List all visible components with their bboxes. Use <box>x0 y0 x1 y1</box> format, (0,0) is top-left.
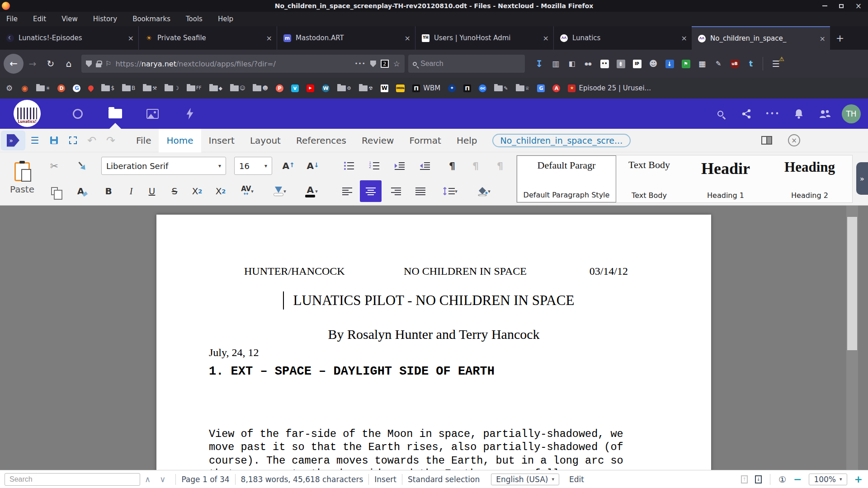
menu-tools[interactable]: Tools <box>186 15 203 23</box>
edmenu-references[interactable]: References <box>288 129 354 152</box>
bm-folder-shape[interactable]: ◆ <box>209 85 222 91</box>
privacy-badger-icon[interactable]: •• <box>596 56 613 72</box>
browser-search-box[interactable] <box>408 55 525 73</box>
line-spacing-button[interactable]: ▾ <box>437 180 464 202</box>
bold-button[interactable]: B <box>98 180 119 202</box>
edmenu-file[interactable]: File <box>128 129 159 152</box>
bm-folder-tools[interactable]: ⚒ <box>143 85 157 91</box>
pocket-icon[interactable] <box>370 61 376 67</box>
font-color-button[interactable]: A ▾ <box>298 180 325 202</box>
app-photos[interactable] <box>140 99 165 129</box>
bookmarks-raindrop-icon[interactable]: ⚑ <box>678 56 694 72</box>
reload-button[interactable]: ↻ <box>42 55 60 73</box>
cut-button[interactable]: ✂ <box>43 155 65 177</box>
bm-folder-science[interactable]: ✳ <box>36 85 50 91</box>
tracking-protection-icon[interactable] <box>86 61 92 67</box>
download-panel-icon[interactable]: ⇟ <box>613 56 629 72</box>
library-icon[interactable]: ▥ <box>547 56 564 72</box>
shrink-font-button[interactable]: A↓ <box>302 155 324 177</box>
tab-lunatics[interactable]: ΛΛ Lunatics × <box>553 26 692 50</box>
downloads-icon[interactable]: ↧ <box>531 56 547 72</box>
decrease-indent-button[interactable] <box>414 155 436 177</box>
permissions-icon[interactable]: ⚐ <box>105 60 111 68</box>
scrollbar-thumb[interactable] <box>847 217 857 350</box>
paste-button[interactable]: Paste <box>6 156 38 201</box>
bm-wayback-machine[interactable]: Π WBM <box>412 84 440 92</box>
align-right-button[interactable] <box>385 180 407 202</box>
ublock-origin-icon[interactable]: uB <box>726 56 743 72</box>
app-menu-button[interactable]: ☰ ⚠ <box>767 55 785 73</box>
lunatics-logo[interactable]: Lunatics! <box>14 100 41 127</box>
app-activity[interactable] <box>178 99 202 129</box>
style-heading2[interactable]: Heading Heading 2 <box>769 155 850 202</box>
style-heading1[interactable]: Headir Heading 1 <box>682 155 769 202</box>
search-input[interactable] <box>420 60 506 68</box>
forward-button[interactable]: → <box>24 55 42 73</box>
bm-wordpress[interactable]: W <box>322 84 330 92</box>
menu-history[interactable]: History <box>93 15 117 23</box>
save-button[interactable] <box>44 131 63 150</box>
zoom-out-button[interactable]: − <box>793 474 802 485</box>
edmenu-layout[interactable]: Layout <box>242 129 288 152</box>
bm-youtube[interactable]: ▶ <box>307 84 314 92</box>
close-window-button[interactable]: × <box>855 4 862 8</box>
redo-button[interactable]: ↷ <box>101 131 120 150</box>
ip-address-icon[interactable]: IP <box>629 56 645 72</box>
maximize-button[interactable] <box>839 4 844 8</box>
edmenu-help[interactable]: Help <box>449 129 485 152</box>
selection-mode[interactable]: Standard selection <box>408 475 480 484</box>
edmenu-insert[interactable]: Insert <box>201 129 242 152</box>
minimize-button[interactable] <box>822 5 827 6</box>
bm-google-maps[interactable] <box>88 85 94 91</box>
tab-mastodon-art[interactable]: m Mastodon.ART × <box>277 26 415 50</box>
bm-folder-media[interactable]: ☢ <box>359 85 373 91</box>
editor-sidebar-expander[interactable]: » <box>1 131 25 150</box>
bm-google-translate[interactable]: G <box>537 84 545 92</box>
bm-google[interactable]: G <box>73 84 80 92</box>
home-button[interactable]: ⌂ <box>60 55 78 73</box>
increase-indent-button[interactable] <box>389 155 410 177</box>
copy-button[interactable] <box>43 180 65 202</box>
bm-urusei-episode[interactable]: ★ Episode 25 | Urusei... <box>568 84 651 92</box>
lock-icon[interactable] <box>96 63 101 67</box>
container-badge[interactable]: 2 <box>381 60 389 68</box>
back-button[interactable]: ← <box>4 54 24 74</box>
sidebar-view-icon[interactable]: ◧ <box>564 56 580 72</box>
bm-vimeo[interactable]: v <box>291 84 299 92</box>
tab-close-button[interactable]: × <box>543 34 549 42</box>
bm-translator[interactable]: A <box>552 84 560 92</box>
tab-private-seafile[interactable]: ☀ Private Seafile × <box>138 26 277 50</box>
menu-file[interactable]: File <box>6 15 18 23</box>
bm-folder-finance[interactable]: $ <box>101 85 114 91</box>
tab-close-button[interactable]: × <box>820 34 826 43</box>
nc-search-button[interactable] <box>707 99 733 129</box>
font-size-combobox[interactable]: 16▾ <box>234 157 272 175</box>
nc-share-button[interactable] <box>733 99 760 129</box>
document-search-input[interactable] <box>5 473 140 486</box>
clear-formatting-button[interactable]: A <box>71 180 93 202</box>
bm-folder-royalty[interactable]: ♕ <box>516 85 530 91</box>
menu-bookmarks[interactable]: Bookmarks <box>132 15 170 23</box>
tab-close-button[interactable]: × <box>266 34 272 42</box>
edit-mode[interactable]: Edit <box>569 475 584 484</box>
fullscreen-button[interactable] <box>63 131 82 150</box>
editor-hamburger-button[interactable]: ☰ <box>25 131 44 150</box>
twitter-icon[interactable]: t <box>743 56 759 72</box>
menu-view[interactable]: View <box>61 15 78 23</box>
justify-button[interactable] <box>410 180 431 202</box>
close-document-button[interactable]: × <box>788 134 800 146</box>
annotate-search-icon[interactable]: ✎ <box>710 56 726 72</box>
formatting-marks-button[interactable]: ¶ <box>441 155 463 177</box>
tab-yunohost-admin[interactable]: YH Users | YunoHost Admi × <box>415 26 553 50</box>
grow-font-button[interactable]: A↑ <box>278 155 299 177</box>
url-bar[interactable]: ⚐ https://narya.net/nextcloud/apps/files… <box>81 55 405 73</box>
video-downloadhelper-icon[interactable]: ●● <box>580 56 596 72</box>
bm-opencollective[interactable]: oc <box>479 84 486 92</box>
account-icon[interactable]: ☻ <box>645 56 661 72</box>
highlight-color-button[interactable]: ▾ <box>267 180 293 202</box>
new-tab-button[interactable]: + <box>830 26 850 50</box>
toolbar-overflow-expander[interactable]: » <box>856 162 868 195</box>
nc-more-button[interactable]: ••• <box>760 99 786 129</box>
bm-nasa[interactable]: ✦ <box>448 84 456 92</box>
bm-settings[interactable]: ⚙ <box>5 84 13 92</box>
